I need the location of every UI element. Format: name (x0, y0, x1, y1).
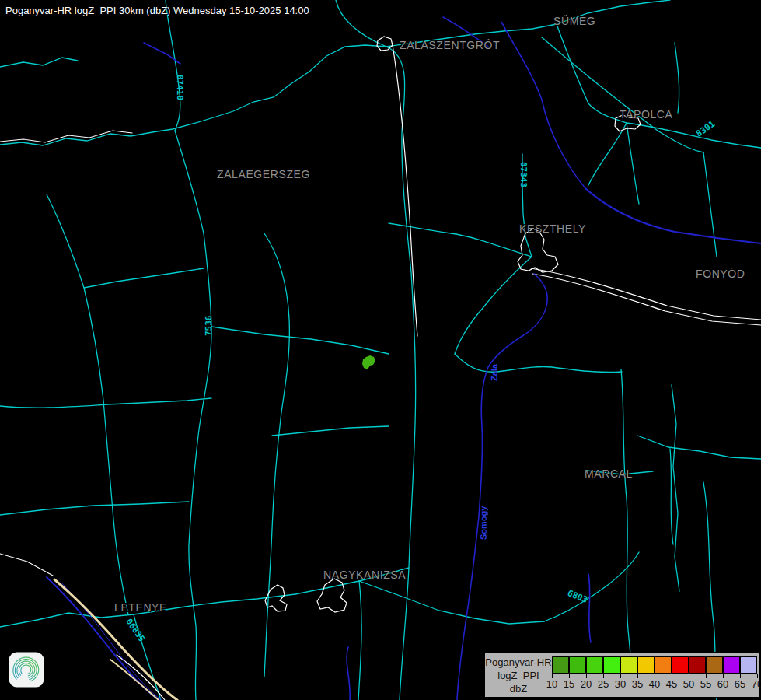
legend-tick-value: 45 (666, 678, 677, 690)
legend-color-cell (740, 656, 757, 674)
legend-color-cell (706, 656, 723, 674)
legend-color-cell (620, 656, 637, 674)
legend-tick-value: 60 (717, 678, 728, 690)
legend-title-line1: Poganyvar-HR (485, 656, 552, 669)
motorway-lines (54, 579, 177, 700)
radar-image-title: Poganyvar-HR logZ_PPI 30km (dbZ) Wednesd… (5, 5, 309, 16)
water-label-zala: Zala (490, 364, 499, 381)
city-label-marcal: MARCAL (585, 467, 633, 480)
legend-tick-value: 25 (598, 678, 609, 690)
radar-map-viewport: Poganyvar-HR logZ_PPI 30km (dbZ) Wednesd… (0, 0, 761, 700)
city-label-letenye: LETENYE (114, 601, 167, 614)
legend-color-cell (569, 656, 586, 674)
legend-tick-value: 55 (700, 678, 711, 690)
city-label-zalaszentgrot: ZALASZENTGRÓT (400, 39, 500, 51)
legend-color-cell (723, 656, 740, 674)
road-label-7536: 7536 (204, 316, 214, 337)
legend-tick-value: 20 (581, 678, 592, 690)
legend-tick-value: 40 (649, 678, 660, 690)
legend-tick-value: 35 (632, 678, 643, 690)
legend-tick-value: 50 (683, 678, 694, 690)
legend-color-cell (552, 656, 569, 674)
legend-title-line2: logZ_PPI (485, 669, 552, 682)
legend-tick-value: 15 (564, 678, 574, 690)
legend-color-cell (672, 656, 689, 674)
city-label-zalaegerszeg: ZALAEGERSZEG (217, 168, 310, 180)
road-network (0, 0, 761, 700)
road-label-07410: 07410 (175, 75, 185, 100)
legend-title: Poganyvar-HR logZ_PPI dbZ (485, 656, 552, 695)
city-label-tapolca: TAPOLCA (620, 108, 673, 121)
city-label-sumeg: SÜMEG (553, 15, 595, 27)
city-label-nagykanizsa: NAGYKANIZSA (323, 569, 406, 581)
legend-color-cell (655, 656, 672, 674)
legend-tick-value: 10 (546, 678, 557, 690)
legend-title-line3: dbZ (485, 682, 552, 695)
color-scale-legend: Poganyvar-HR logZ_PPI dbZ 10152025303540… (483, 652, 760, 698)
legend-tick-value: 70 (752, 678, 761, 690)
water-label-somogy: Somogy (479, 506, 488, 540)
legend-color-cell (637, 656, 655, 674)
spiral-radar-icon (9, 652, 44, 688)
road-label-07343: 07343 (518, 162, 529, 187)
map-canvas (0, 0, 761, 700)
legend-color-cell (586, 656, 603, 674)
legend-tick-value: 65 (735, 678, 745, 690)
legend-color-cell (689, 656, 706, 674)
city-label-keszthely: KESZTHELY (519, 222, 586, 235)
city-label-fonyod: FONYÓD (696, 268, 745, 280)
legend-color-cell (603, 656, 620, 674)
decorative-village-outlines (21, 28, 744, 686)
radar-echo (362, 355, 375, 369)
legend-tick-value: 30 (615, 678, 626, 690)
